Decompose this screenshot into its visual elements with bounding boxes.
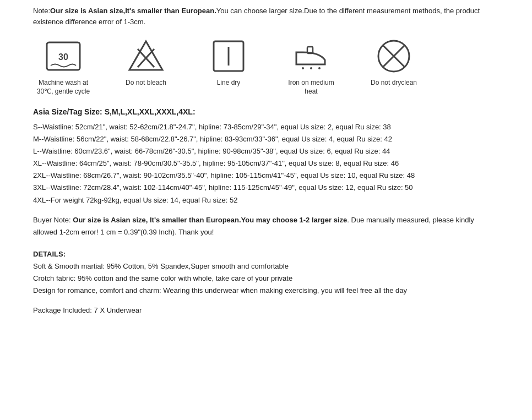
size-section: Asia Size/Tag Size: S,M,L,XL,XXL,XXXL,4X… bbox=[33, 106, 499, 206]
line-dry-icon bbox=[209, 37, 248, 75]
size-line: S--Waistline: 52cm/21", waist: 52-62cm/2… bbox=[33, 121, 499, 133]
care-icon-machine-wash: 30 Machine wash at30℃, gentle cycle bbox=[33, 37, 94, 96]
detail-line: Design for romance, comfort and charm: W… bbox=[33, 285, 499, 297]
detail-line: Soft & Smooth martial: 95% Cotton, 5% Sp… bbox=[33, 260, 499, 272]
svg-point-10 bbox=[318, 67, 321, 69]
care-label-no-dryclean: Do not dryclean bbox=[371, 79, 417, 88]
care-icon-line-dry: Line dry bbox=[198, 37, 259, 88]
svg-point-9 bbox=[310, 67, 312, 69]
size-line: 4XL--For weight 72kg-92kg, equal Us size… bbox=[33, 194, 499, 206]
care-label-machine-wash: Machine wash at30℃, gentle cycle bbox=[37, 79, 90, 96]
buyer-note-section: Buyer Note: Our size is Asian size, It's… bbox=[33, 214, 499, 238]
note-prefix: Note: bbox=[33, 7, 50, 15]
buyer-note-prefix: Buyer Note: bbox=[33, 216, 73, 224]
buyer-note-bold: Our size is Asian size, It's smaller tha… bbox=[73, 216, 347, 224]
detail-line: Crotch fabric: 95% cotton and the same c… bbox=[33, 272, 499, 285]
size-lines: S--Waistline: 52cm/21", waist: 52-62cm/2… bbox=[33, 121, 499, 206]
details-title: DETAILS: bbox=[33, 248, 499, 260]
details-section: DETAILS: Soft & Smooth martial: 95% Cott… bbox=[33, 248, 499, 317]
size-line: M--Waistline: 56cm/22", waist: 58-68cm/2… bbox=[33, 133, 499, 145]
note-bold: Our size is Asian size,It's smaller than… bbox=[50, 7, 216, 15]
iron-icon bbox=[292, 37, 330, 75]
care-label-iron: Iron on medium heat bbox=[281, 79, 341, 96]
svg-marker-2 bbox=[129, 41, 162, 70]
size-line: XL--Waistline: 64cm/25", waist: 78-90cm/… bbox=[33, 157, 499, 170]
svg-point-8 bbox=[302, 67, 304, 69]
package-included: Package Included: 7 X Underwear bbox=[33, 304, 499, 317]
care-icon-no-bleach: Do not bleach bbox=[116, 37, 176, 88]
size-line: 3XL--Waistline: 72cm/28.4", waist: 102-1… bbox=[33, 182, 499, 194]
svg-text:30: 30 bbox=[58, 52, 68, 62]
size-line: L--Waistline: 60cm/23.6", waist: 66-78cm… bbox=[33, 145, 499, 157]
note-section: Note:Our size is Asian size,It's smaller… bbox=[33, 6, 499, 27]
details-lines-container: Soft & Smooth martial: 95% Cotton, 5% Sp… bbox=[33, 260, 499, 297]
care-label-no-bleach: Do not bleach bbox=[126, 79, 166, 88]
care-label-line-dry: Line dry bbox=[217, 79, 241, 88]
no-bleach-icon bbox=[127, 37, 165, 75]
care-icons-row: 30 Machine wash at30℃, gentle cycle Do n… bbox=[33, 37, 499, 96]
machine-wash-icon: 30 bbox=[44, 37, 83, 75]
size-line: 2XL--Waistline: 68cm/26.7", waist: 90-10… bbox=[33, 170, 499, 182]
size-title: Asia Size/Tag Size: S,M,L,XL,XXL,XXXL,4X… bbox=[33, 106, 499, 119]
care-icon-no-dryclean: Do not dryclean bbox=[363, 37, 424, 88]
no-dryclean-icon bbox=[374, 37, 413, 75]
care-icon-iron: Iron on medium heat bbox=[281, 37, 341, 96]
